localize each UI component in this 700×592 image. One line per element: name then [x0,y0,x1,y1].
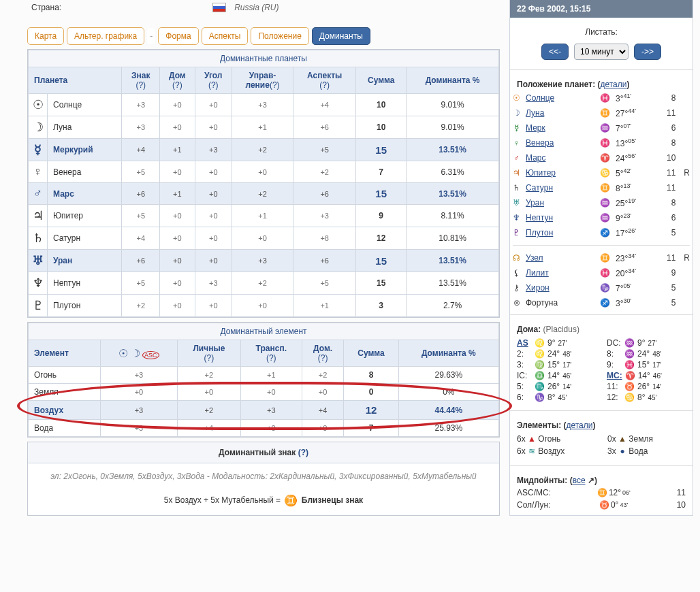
planet-icon: ♄ [510,180,523,195]
planet-row: ♆Нептун+5+0+3+2+51513.51% [29,272,499,295]
tab-5[interactable]: Положение [251,27,308,45]
house-cell: MC:♈ 14°46' [607,371,686,380]
tab-4[interactable]: Аспекты [202,27,249,45]
tab-0[interactable]: Карта [27,27,64,45]
zodiac-icon: ♓ [597,135,613,150]
planet-row: ♇Плутон+2+0+0+0+132.7% [29,295,499,317]
position-link: Марс [526,153,545,163]
element-row: Огонь+3+2+1+2829.63% [29,367,499,384]
zodiac-icon: ♋ [597,165,613,180]
planet-name: Меркурий [48,139,122,161]
planet-name: Луна [48,116,122,139]
zodiac-icon: ♒ [597,210,613,225]
tab-1[interactable]: Альтер. графика [67,27,144,45]
prev-button[interactable]: <<- [541,44,569,60]
positions-details-link[interactable]: детали [600,80,626,89]
planet-row: ♄Сатурн+4+0+0+0+81210.81% [29,227,499,250]
position-row: ♅Уран♒25°19'8 [510,195,693,210]
house-cell: 5:♏ 26°14' [517,382,596,391]
planet-row: ☽Луна+3+0+0+1+6109.01% [29,116,499,139]
planets-panel: Доминантные планеты Планета Знак(?) Дом(… [27,49,500,318]
planet-icon: ☽ [510,105,523,120]
zodiac-icon: ♐ [597,295,613,310]
flag-icon [212,3,226,12]
house-cell: 6:♑ 8°45' [517,393,596,402]
position-row: ♃Юпитер♋5°42'11R [510,165,693,180]
element-row: Земля+0+0+0+000% [29,384,499,401]
planet-icon: ♆ [510,210,523,225]
position-link: Хирон [526,283,550,293]
element-summary-item: 6x ▲ Огонь [517,434,595,444]
position-link: Уран [526,198,544,208]
col-transp: Трансп.(?) [240,340,302,367]
element-summary-item: 0x ▲ Земля [607,434,686,444]
col-sum2: Сумма [344,340,398,367]
planet-icon: ♃ [510,165,523,180]
house-cell: AS♌ 9°27' [517,338,596,348]
planet-icon: ☉ [510,91,523,105]
element-row: Воздух+3+2+3+41244.44% [29,401,499,420]
tab-bar: КартаАльтер. графика-ФормаАспектыПоложен… [27,27,500,45]
midpoint-row: ASC/MC:♊ 12°06'11 [510,487,693,499]
zodiac-icon: ♐ [597,225,613,240]
planet-icon: ♇ [510,225,523,240]
house-cell: 9:♓ 15°17' [607,360,686,369]
sidebar-datetime: 22 Фев 2002, 15:15 [510,0,693,18]
houses-grid: AS♌ 9°27'DC:♒ 9°27'2:♌ 24°48'8:♒ 24°48'3… [510,335,693,406]
col-aspects: Аспекты(?) [293,67,356,94]
planet-icon: ♂ [510,150,523,165]
planet-glyph: ♂ [29,183,48,205]
col-element: Элемент [29,340,101,367]
zodiac-icon: ♓ [597,91,613,105]
midpoints-heading: Мидпойнты: (все ↗) [510,470,693,487]
planet-glyph: ♀ [29,161,48,183]
position-row: ♄Сатурн♊8°13'11 [510,180,693,195]
step-select[interactable]: 1 минута5 минут10 минут30 минут1 час [574,44,629,60]
planet-name: Солнце [48,94,122,116]
planet-glyph: ♄ [29,227,48,250]
zodiac-icon: ♓ [597,265,613,280]
element-summary-item: 6x ≋ Воздух [517,446,595,456]
zodiac-icon: ♊ [597,250,613,265]
col-pct2: Доминанта % [398,340,498,367]
position-link: Юпитер [526,168,556,178]
col-rule: Управ-ление(?) [232,67,293,94]
tab-6[interactable]: Доминанты [312,27,370,45]
planet-name: Марс [48,183,122,205]
planets-table: Доминантные планеты Планета Знак(?) Дом(… [28,50,499,317]
planet-row: ♀Венера+5+0+0+0+276.31% [29,161,499,183]
col-dom: Дом.(?) [302,340,343,367]
planet-name: Нептун [48,272,122,295]
hint-link[interactable]: (?) [298,448,308,457]
col-house: Дом(?) [160,67,195,94]
elements-details-link[interactable]: детали [566,421,592,430]
zodiac-icon: ♈ [597,150,613,165]
sign-note: эл: 2xОгонь, 0xЗемля, 5xВоздух, 3xВода -… [28,463,499,487]
col-sign: Знак(?) [122,67,160,94]
midpoint-row: Сол/Лун:♉ 0°43'10 [510,499,693,511]
midpoints-all-link[interactable]: все [573,476,586,485]
zodiac-icon: ♑ [597,280,613,295]
house-cell: 3:♍ 15°17' [517,360,596,369]
elements-table: Доминантный элемент Элемент ☉ ☽ ASC Личн… [28,323,499,437]
planet-name: Плутон [48,295,122,317]
country-row: Страна: Russia (RU) [27,0,500,15]
planet-row: ♅Уран+6+0+0+3+61513.51% [29,250,499,272]
element-row: Вода+3+4+0+0725.93% [29,420,499,437]
position-row: ☽Луна♊27°44'11 [510,105,693,120]
col-personal: Личные(?) [178,340,241,367]
planet-row: ♃Юпитер+5+0+0+1+398.11% [29,205,499,227]
element-summary-item: 3x ● Вода [607,446,686,456]
position-link: Луна [526,108,544,118]
planet-name: Сатурн [48,227,122,250]
position-link: Лилит [526,268,549,278]
zodiac-icon: ♊ [597,105,613,120]
position-link: Узел [526,253,543,263]
elements-panel: Доминантный элемент Элемент ☉ ☽ ASC Личн… [27,322,500,438]
tab-3[interactable]: Форма [158,27,198,45]
house-cell: DC:♒ 9°27' [607,338,686,348]
position-row: ♀Венера♓13°05'8 [510,135,693,150]
col-pct: Доминанта % [407,67,499,94]
next-button[interactable]: ->> [634,44,661,60]
position-row: ☉Солнце♓3°41'8 [510,91,693,105]
